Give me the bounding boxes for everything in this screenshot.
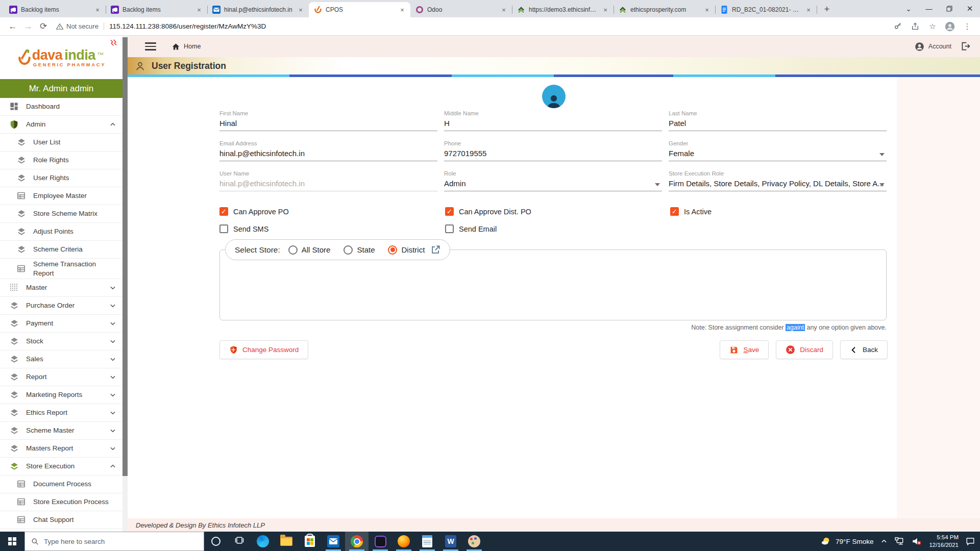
sidebar-item-purchase-order[interactable]: Purchase Order xyxy=(0,297,122,315)
tab-close-icon[interactable]: × xyxy=(93,6,102,14)
sidebar-item-dashboard[interactable]: Dashboard xyxy=(0,98,122,116)
field-gender[interactable]: GenderFemale xyxy=(669,140,887,161)
browser-tab-4[interactable]: CPOS× xyxy=(309,2,410,17)
taskbar-app-word[interactable]: W xyxy=(439,532,462,551)
tab-close-icon[interactable]: × xyxy=(500,6,508,14)
checkbox-send-email[interactable]: Send Email xyxy=(445,224,497,233)
field-value[interactable]: Firm Details, Store Details, Privacy Pol… xyxy=(669,179,887,191)
browser-tab-2[interactable]: Backlog items× xyxy=(106,2,207,17)
back-button[interactable]: Back xyxy=(840,340,888,359)
volume-muted-icon[interactable] xyxy=(912,537,922,546)
tab-close-icon[interactable]: × xyxy=(703,6,711,14)
radio-all-store[interactable]: All Store xyxy=(288,245,331,255)
taskbar-app-nox[interactable] xyxy=(369,532,392,551)
browser-tab-1[interactable]: Backlog items× xyxy=(4,2,106,17)
sidebar-item-store-execution-process[interactable]: Store Execution Process xyxy=(0,493,122,511)
field-first-name[interactable]: First NameHinal xyxy=(219,110,437,131)
field-email-address[interactable]: Email Addresshinal.p@ethicsinfotech.in xyxy=(219,140,437,161)
security-badge[interactable]: Not secure xyxy=(56,22,104,30)
sidebar-item-admin[interactable]: Admin xyxy=(0,116,122,134)
field-value[interactable]: hinal.p@ethicsinfotech.in xyxy=(219,179,437,191)
taskbar-clock[interactable]: 5:54 PM 12/16/2021 xyxy=(929,534,959,549)
logout-icon[interactable] xyxy=(960,41,971,54)
close-button[interactable]: ✕ xyxy=(960,1,980,16)
sidebar-item-adjust-points[interactable]: Adjust Points xyxy=(0,223,122,241)
taskbar-app-chrome[interactable] xyxy=(345,532,369,551)
discard-button[interactable]: Discard xyxy=(776,340,833,359)
weather-widget[interactable]: 79°F Smoke xyxy=(820,536,873,547)
checkbox-icon[interactable]: ✓ xyxy=(670,207,679,216)
field-store-execution-role[interactable]: Store Execution RoleFirm Details, Store … xyxy=(669,170,887,191)
password-key-icon[interactable] xyxy=(890,19,905,34)
save-button[interactable]: Save xyxy=(720,340,769,359)
tab-close-icon[interactable]: × xyxy=(297,6,305,14)
field-value[interactable]: hinal.p@ethicsinfotech.in xyxy=(219,149,437,161)
field-value[interactable]: Hinal xyxy=(219,119,437,131)
network-icon[interactable] xyxy=(895,537,904,546)
sidebar-item-employee-master[interactable]: Employee Master xyxy=(0,187,122,205)
dropdown-arrow-icon[interactable] xyxy=(879,153,885,156)
menu-kebab-icon[interactable]: ⋮ xyxy=(960,19,975,34)
new-tab-button[interactable]: + xyxy=(820,2,834,16)
sidebar-item-store-execution[interactable]: Store Execution xyxy=(0,458,122,475)
sidebar-item-marketing-reports[interactable]: Marketing Reports xyxy=(0,386,122,404)
field-role[interactable]: RoleAdmin xyxy=(444,170,662,191)
checkbox-is-active[interactable]: ✓Is Active xyxy=(670,207,712,216)
bookmark-star-icon[interactable]: ☆ xyxy=(925,19,940,34)
radio-district[interactable]: District xyxy=(388,245,425,255)
taskbar-app-paint[interactable] xyxy=(462,532,486,551)
address-bar[interactable]: Not secure 115.124.111.238:8086/user/reg… xyxy=(56,19,890,34)
taskbar-app-firefox[interactable] xyxy=(392,532,415,551)
url-text[interactable]: 115.124.111.238:8086/user/register/MzAwM… xyxy=(104,22,266,30)
checkbox-icon[interactable]: ✓ xyxy=(445,207,454,216)
sidebar-item-master[interactable]: Master xyxy=(0,279,122,297)
taskbar-app-explorer[interactable] xyxy=(275,532,298,551)
profile-avatar-icon[interactable] xyxy=(942,19,958,34)
field-user-name[interactable]: User Namehinal.p@ethicsinfotech.in xyxy=(219,170,437,191)
field-value[interactable]: Patel xyxy=(669,119,887,131)
taskbar-app-taskview[interactable] xyxy=(228,532,251,551)
profile-photo-avatar[interactable] xyxy=(542,85,566,108)
checkbox-can-approve-dist-po[interactable]: ✓Can Approve Dist. PO xyxy=(445,207,531,216)
taskbar-app-edge[interactable] xyxy=(251,532,275,551)
sidebar-item-user-list[interactable]: User List xyxy=(0,134,122,152)
tab-search-chevron-icon[interactable]: ⌄ xyxy=(898,1,919,16)
hamburger-menu-icon[interactable] xyxy=(145,42,156,51)
browser-tab-6[interactable]: https://demo3.ethicsinfote× xyxy=(512,2,614,17)
taskbar-search[interactable]: Type here to search xyxy=(24,532,204,551)
browser-tab-5[interactable]: Odoo× xyxy=(410,2,512,17)
home-link[interactable]: Home xyxy=(172,42,201,51)
taskbar-app-mail[interactable] xyxy=(322,532,345,551)
sidebar-item-stock[interactable]: Stock xyxy=(0,333,122,350)
restore-button[interactable] xyxy=(939,1,960,16)
sidebar-item-masters-report[interactable]: Masters Report xyxy=(0,440,122,458)
start-button[interactable] xyxy=(0,532,24,551)
taskbar-app-notepad[interactable] xyxy=(415,532,439,551)
sidebar-item-ethics-report[interactable]: Ethics Report xyxy=(0,404,122,422)
sidebar-item-payment[interactable]: Payment xyxy=(0,315,122,333)
back-icon[interactable]: ← xyxy=(5,19,20,34)
field-value[interactable]: Female xyxy=(669,149,887,161)
field-middle-name[interactable]: Middle NameH xyxy=(444,110,662,131)
open-store-selector-icon[interactable] xyxy=(431,245,440,255)
checkbox-can-approve-po[interactable]: ✓Can Approve PO xyxy=(219,207,289,216)
dropdown-arrow-icon[interactable] xyxy=(879,183,885,186)
tab-close-icon[interactable]: × xyxy=(398,6,406,14)
browser-tab-7[interactable]: ethicsprosperity.com× xyxy=(614,2,715,17)
field-phone[interactable]: Phone9727019555 xyxy=(444,140,662,161)
sidebar-item-scheme-criteria[interactable]: Scheme Criteria xyxy=(0,241,122,259)
radio-icon[interactable] xyxy=(388,245,397,255)
reload-icon[interactable]: ⟳ xyxy=(36,19,51,34)
field-last-name[interactable]: Last NamePatel xyxy=(669,110,887,131)
action-center-icon[interactable] xyxy=(966,537,975,546)
tab-close-icon[interactable]: × xyxy=(195,6,203,14)
sidebar-item-document-process[interactable]: Document Process xyxy=(0,475,122,493)
minimize-button[interactable]: — xyxy=(919,1,939,16)
dropdown-arrow-icon[interactable] xyxy=(655,183,660,186)
browser-tab-3[interactable]: hinal.p@ethicsinfotech.in× xyxy=(207,2,309,17)
account-menu[interactable]: Account xyxy=(915,42,951,52)
sidebar-item-chat-support[interactable]: Chat Support xyxy=(0,511,122,529)
radio-state[interactable]: State xyxy=(344,245,375,255)
field-value[interactable]: 9727019555 xyxy=(444,149,662,161)
sidebar-item-report[interactable]: Report xyxy=(0,368,122,386)
